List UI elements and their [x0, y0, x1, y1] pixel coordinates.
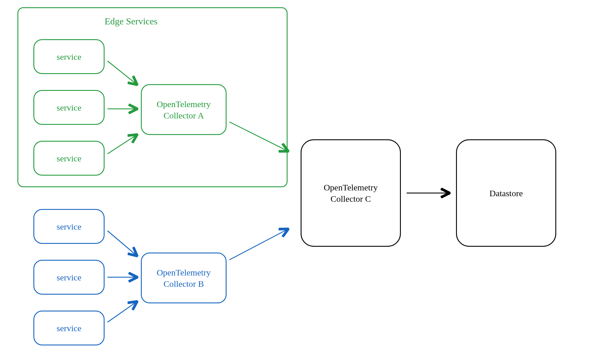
svg-line-7 — [229, 229, 288, 260]
datastore: Datastore — [456, 139, 556, 247]
svg-line-6 — [107, 302, 137, 322]
collector-c: OpenTelemetry Collector C — [301, 139, 401, 247]
green-service-2: service — [33, 90, 105, 125]
edge-services-title: Edge Services — [105, 16, 157, 27]
blue-service-2: service — [33, 260, 105, 295]
blue-service-3: service — [33, 311, 105, 345]
green-service-3: service — [33, 141, 105, 176]
collector-a: OpenTelemetry Collector A — [141, 84, 227, 135]
svg-line-4 — [107, 231, 137, 255]
blue-service-1: service — [33, 209, 105, 244]
collector-b: OpenTelemetry Collector B — [141, 253, 227, 303]
green-service-1: service — [33, 39, 105, 74]
